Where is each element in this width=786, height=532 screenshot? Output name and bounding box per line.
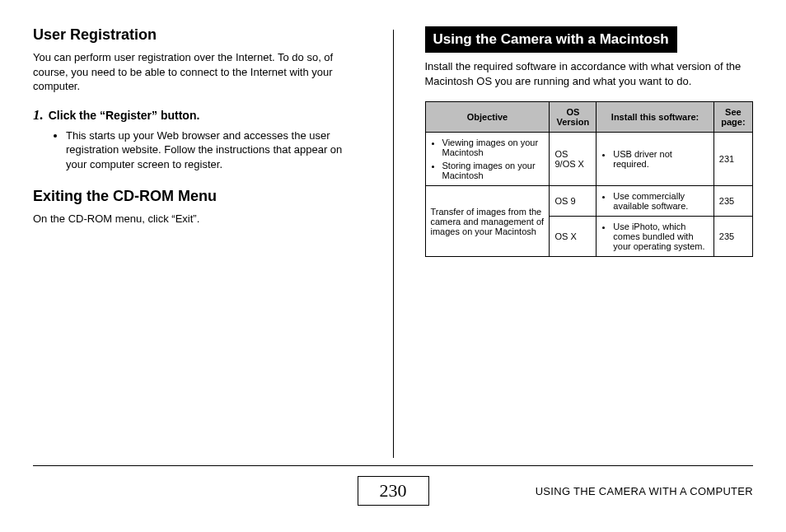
cell-page: 231 [713,133,752,186]
table-row: Viewing images on your Macintosh Storing… [425,133,753,186]
heading-user-registration: User Registration [33,26,362,44]
banner-macintosh: Using the Camera with a Macintosh [425,26,677,53]
cell-page: 235 [713,186,752,217]
page-number: 230 [358,476,429,506]
install-item: Use iPhoto, which comes bundled with you… [613,222,709,251]
th-install: Install this software: [597,102,714,133]
heading-exiting-cdrom: Exiting the CD-ROM Menu [33,188,362,205]
cell-objective: Transfer of images from the camera and m… [425,186,550,257]
page-footer: 230 USING THE CAMERA WITH A COMPUTER [33,465,753,507]
objective-item: Storing images on your Macintosh [442,161,545,180]
cell-install: Use iPhoto, which comes bundled with you… [597,217,714,257]
footer-section-title: USING THE CAMERA WITH A COMPUTER [536,485,753,497]
install-item: Use commercially available software. [613,191,709,211]
step-instruction: Click the “Register” button. [49,107,200,124]
cell-objective: Viewing images on your Macintosh Storing… [425,133,550,186]
cell-page: 235 [713,217,752,257]
para-user-registration: You can perform user registration over t… [33,50,362,94]
th-os-version: OS Version [550,102,597,133]
step-detail: This starts up your Web browser and acce… [66,128,362,172]
objective-item: Viewing images on your Macintosh [442,138,545,157]
cell-os: OS 9 [550,186,597,217]
column-divider [393,30,394,458]
install-item: USB driver not required. [613,149,709,169]
th-see-page: See page: [713,102,752,133]
cell-os: OS X [550,217,597,257]
software-table: Objective OS Version Install this softwa… [425,101,754,257]
step-detail-list: This starts up your Web browser and acce… [33,128,362,172]
step-1: 1. Click the “Register” button. [33,107,362,124]
step-number: 1. [33,107,44,124]
cell-install: USB driver not required. [597,133,714,186]
para-mac-intro: Install the required software in accorda… [425,59,754,88]
cell-install: Use commercially available software. [597,186,714,217]
th-objective: Objective [425,102,550,133]
table-row: Transfer of images from the camera and m… [425,186,753,217]
cell-os: OS 9/OS X [550,133,597,186]
footer-rule [33,465,753,466]
para-exiting-cdrom: On the CD-ROM menu, click “Exit”. [33,212,362,226]
